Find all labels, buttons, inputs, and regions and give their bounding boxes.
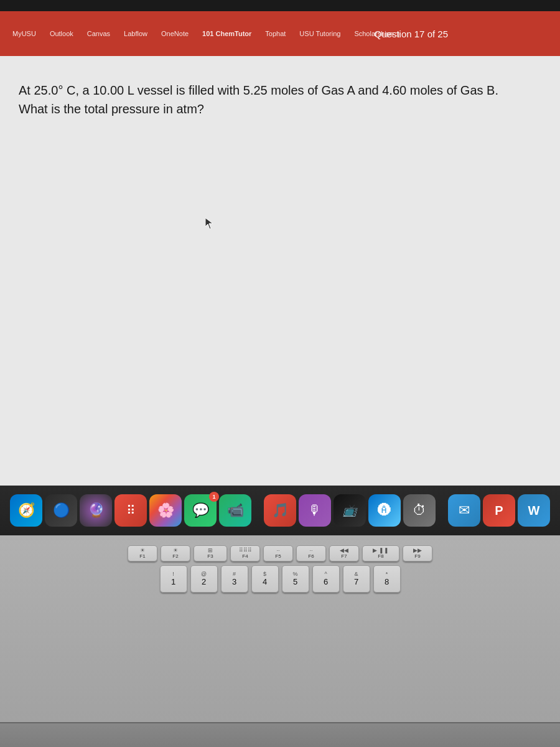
number-key-row: ! 1 @ 2 # 3 $ 4 % 5 ^ 6 & 7 * 8 (160, 565, 401, 593)
browser-toolbar: MyUSU Outlook Canvas Labflow OneNote 101… (0, 11, 560, 56)
dock-icon-word[interactable]: W (518, 494, 550, 527)
dock-icon-launchpad[interactable]: ⠿ (114, 494, 147, 527)
key-f3[interactable]: ⊞ F3 (194, 545, 227, 561)
dock-icon-screentime[interactable]: ⏱ (403, 494, 436, 527)
dock-icon-appletv[interactable]: 📺 (334, 494, 366, 527)
key-8[interactable]: * 8 (373, 565, 401, 593)
key-6[interactable]: ^ 6 (312, 565, 340, 593)
tab-chemtutor[interactable]: 101 ChemTutor (197, 27, 256, 40)
mouse-cursor (205, 218, 213, 228)
dock-icon-mail[interactable]: ✉ (448, 494, 480, 527)
key-7[interactable]: & 7 (343, 565, 370, 593)
tab-outlook[interactable]: Outlook (45, 27, 78, 40)
dock-icon-photos[interactable]: 🌸 (149, 494, 182, 527)
dock-icon-siri[interactable]: 🔮 (80, 494, 112, 527)
key-f2[interactable]: ☀ F2 (161, 545, 190, 561)
key-f1[interactable]: ☀ F1 (128, 545, 157, 561)
key-f7[interactable]: ◀◀ F7 (329, 545, 359, 561)
dock-icon-messages[interactable]: 💬 1 (184, 494, 217, 527)
dock-icon-safari[interactable]: 🧭 (10, 494, 42, 527)
fn-key-row: ☀ F1 ☀ F2 ⊞ F3 ⠿⠿⠿ F4 ·· F5 ·· F6 ◀◀ F7 … (128, 545, 432, 561)
dock: 🧭 🔵 🔮 ⠿ 🌸 💬 1 📹 🎵 🎙 📺 🅐 ⏱ ✉ P (0, 486, 560, 535)
key-5[interactable]: % 5 (282, 565, 309, 593)
key-f8[interactable]: ▶ ❚❚ F8 (362, 545, 399, 561)
question-text: At 25.0° C, a 10.00 L vessel is filled w… (19, 81, 529, 118)
svg-marker-0 (205, 218, 213, 229)
tab-canvas[interactable]: Canvas (82, 27, 115, 40)
key-1[interactable]: ! 1 (160, 565, 187, 593)
key-f6[interactable]: ·· F6 (296, 545, 326, 561)
content-area: At 25.0° C, a 10.00 L vessel is filled w… (0, 56, 560, 497)
key-3[interactable]: # 3 (221, 565, 248, 593)
key-2[interactable]: @ 2 (190, 565, 218, 593)
browser-screen: MyUSU Outlook Canvas Labflow OneNote 101… (0, 11, 560, 497)
dock-icon-podcasts[interactable]: 🎙 (299, 494, 331, 527)
dock-icon-facetime[interactable]: 📹 (219, 494, 251, 527)
dock-icon-powerpoint[interactable]: P (483, 494, 515, 527)
key-f9[interactable]: ▶▶ F9 (403, 545, 432, 561)
key-f5[interactable]: ·· F5 (263, 545, 293, 561)
dock-icon-music[interactable]: 🎵 (264, 494, 296, 527)
key-f4[interactable]: ⠿⠿⠿ F4 (230, 545, 260, 561)
messages-badge: 1 (209, 492, 219, 502)
screen-bezel-top (0, 0, 560, 11)
tab-onenote[interactable]: OneNote (156, 27, 194, 40)
dock-icon-navigate[interactable]: 🔵 (45, 494, 77, 527)
tab-labflow[interactable]: Labflow (119, 27, 152, 40)
question-counter: Question 17 of 25 (375, 29, 448, 39)
keyboard: ☀ F1 ☀ F2 ⊞ F3 ⠿⠿⠿ F4 ·· F5 ·· F6 ◀◀ F7 … (0, 535, 560, 747)
tab-tophat[interactable]: Tophat (260, 27, 291, 40)
tab-usu-tutoring[interactable]: USU Tutoring (294, 27, 345, 40)
laptop-body-bottom (0, 722, 560, 747)
key-4[interactable]: $ 4 (251, 565, 279, 593)
tab-myusu[interactable]: MyUSU (7, 27, 41, 40)
dock-icon-appstore[interactable]: 🅐 (368, 494, 401, 527)
